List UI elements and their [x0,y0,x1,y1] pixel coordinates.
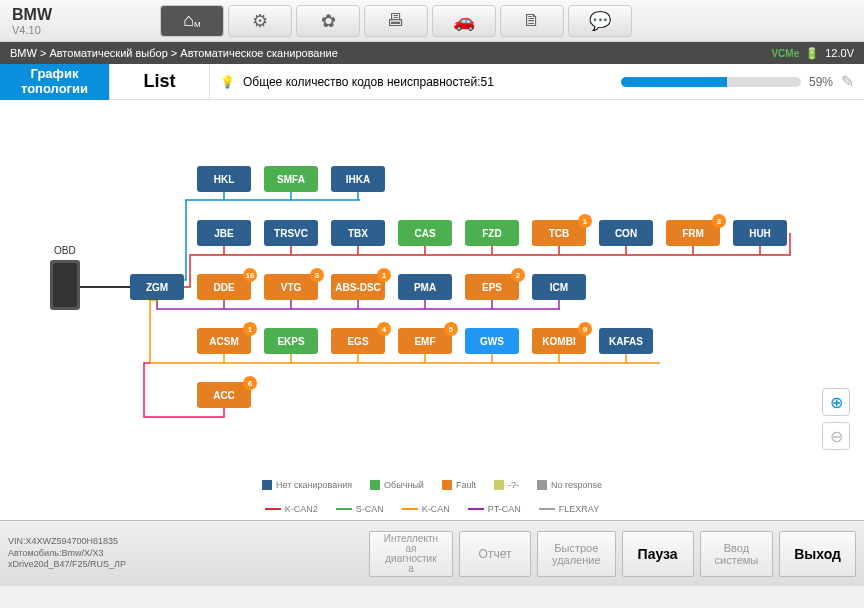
ecu-node-tcb[interactable]: TCB1 [532,220,586,246]
zoom-controls: ⊕ ⊖ [822,388,850,450]
ecu-node-kafas[interactable]: KAFAS [599,328,653,354]
status-area: 💡 Общее количество кодов неисправностей:… [210,72,864,91]
progress-bar [621,77,801,87]
fault-badge: 4 [377,322,391,336]
ecu-node-cas[interactable]: CAS [398,220,452,246]
vehicle-info: VIN:X4XWZ594700H81835 Автомобиль:Bmw/X/X… [8,536,248,571]
zoom-in-button[interactable]: ⊕ [822,388,850,416]
home-button[interactable]: ⌂M [160,5,224,37]
ecu-node-acc[interactable]: ACC6 [197,382,251,408]
fault-badge: 3 [712,214,726,228]
ecu-node-acsm[interactable]: ACSM1 [197,328,251,354]
ecu-node-egs[interactable]: EGS4 [331,328,385,354]
exit-button[interactable]: Выход [779,531,856,577]
legend-bus: FLEXRAY [539,504,599,514]
ecu-node-hkl[interactable]: HKL [197,166,251,192]
legend-status: No response [537,480,602,490]
engine-button[interactable]: ⚙ [228,5,292,37]
top-toolbar: BMW V4.10 ⌂M ⚙ ✿ 🖶 🚗 🗎 💬 [0,0,864,42]
ecu-node-con[interactable]: CON [599,220,653,246]
tab-topology[interactable]: График топологии [0,64,110,100]
ecu-node-emf[interactable]: EMF5 [398,328,452,354]
bottom-bar: VIN:X4XWZ594700H81835 Автомобиль:Bmw/X/X… [0,520,864,586]
legend-bus: PT-CAN [468,504,521,514]
fault-count-text: Общее количество кодов неисправностей:51 [243,75,494,89]
progress-percent: 59% [809,75,833,89]
fault-badge: 3 [310,268,324,282]
system-input-button[interactable]: Ввод системы [700,531,774,577]
ecu-node-smfa[interactable]: SMFA [264,166,318,192]
fault-badge: 1 [243,322,257,336]
vehicle-button[interactable]: 🚗 [432,5,496,37]
ecu-node-jbe[interactable]: JBE [197,220,251,246]
legend-status: Обычный [370,480,424,490]
fault-badge: 16 [243,268,257,282]
tab-list[interactable]: List [110,64,210,100]
legend-status: Fault [442,480,476,490]
fault-badge: 9 [578,322,592,336]
ecu-node-ekps[interactable]: EKPS [264,328,318,354]
quick-clear-button[interactable]: Быстрое удаление [537,531,616,577]
app-name: BMW [12,6,150,24]
bulb-icon: 💡 [220,75,235,89]
ecu-node-frm[interactable]: FRM3 [666,220,720,246]
app-title: BMW V4.10 [0,6,150,36]
legend: Нет сканированияОбычныйFault-?-No respon… [0,480,864,514]
obd-connector-icon [50,260,80,310]
ecu-node-abs-dsc[interactable]: ABS-DSC1 [331,274,385,300]
edit-icon[interactable]: ✎ [841,72,854,91]
obd-label: OBD [54,245,76,256]
fault-badge: 2 [511,268,525,282]
ecu-node-kombi[interactable]: KOMBI9 [532,328,586,354]
app-version: V4.10 [12,24,150,36]
topology-canvas[interactable]: OBD ZGMHKLSMFAIHKAJBETRSVCTBXCASFZDTCB1C… [0,100,864,520]
ecu-node-trsvc[interactable]: TRSVC [264,220,318,246]
breadcrumb: BMW > Автоматический выбор > Автоматичес… [10,47,338,59]
fault-badge: 5 [444,322,458,336]
vehicle-model: Автомобиль:Bmw/X/X3 [8,548,248,560]
legend-bus: K-CAN2 [265,504,318,514]
vehicle-variant: xDrive20d_B47/F25/RUS_ЛР [8,559,248,571]
fault-badge: 1 [377,268,391,282]
legend-status: Нет сканирования [262,480,352,490]
ecu-node-huh[interactable]: HUH [733,220,787,246]
legend-bus: K-CAN [402,504,450,514]
battery-icon: 🔋 [805,47,819,60]
ecu-node-icm[interactable]: ICM [532,274,586,300]
doc-button[interactable]: 🗎 [500,5,564,37]
zoom-out-button[interactable]: ⊖ [822,422,850,450]
ecu-node-vtg[interactable]: VTG3 [264,274,318,300]
fault-badge: 1 [578,214,592,228]
chat-button[interactable]: 💬 [568,5,632,37]
ecu-node-pma[interactable]: PMA [398,274,452,300]
ecu-node-gws[interactable]: GWS [465,328,519,354]
fault-badge: 6 [243,376,257,390]
ecu-node-fzd[interactable]: FZD [465,220,519,246]
intel-diag-button[interactable]: Интеллектн ая диагностик а [369,531,453,577]
ecu-node-dde[interactable]: DDE16 [197,274,251,300]
legend-status: -?- [494,480,519,490]
vin: VIN:X4XWZ594700H81835 [8,536,248,548]
bus-wires [0,100,864,520]
settings-button[interactable]: ✿ [296,5,360,37]
toolbar-buttons: ⌂M ⚙ ✿ 🖶 🚗 🗎 💬 [160,5,632,37]
ecu-node-tbx[interactable]: TBX [331,220,385,246]
breadcrumb-bar: BMW > Автоматический выбор > Автоматичес… [0,42,864,64]
report-button[interactable]: Отчет [459,531,531,577]
tabs-bar: График топологии List 💡 Общее количество… [0,64,864,100]
battery-voltage: 12.0V [825,47,854,59]
ecu-node-zgm[interactable]: ZGM [130,274,184,300]
ecu-node-eps[interactable]: EPS2 [465,274,519,300]
ecu-node-ihka[interactable]: IHKA [331,166,385,192]
print-button[interactable]: 🖶 [364,5,428,37]
vcm-status: VCMe [771,48,799,59]
legend-bus: S-CAN [336,504,384,514]
action-buttons: Интеллектн ая диагностик а Отчет Быстрое… [369,531,856,577]
pause-button[interactable]: Пауза [622,531,694,577]
